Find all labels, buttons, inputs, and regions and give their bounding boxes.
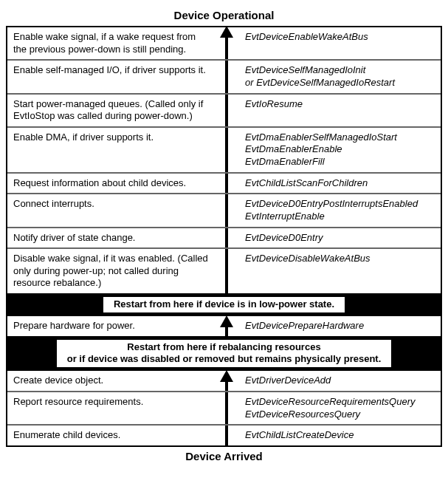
flow-arrow (214, 249, 239, 293)
step-description: Enumerate child devices. (7, 426, 214, 445)
flow-arrow (214, 27, 239, 59)
table-row: Create device object. EvtDriverDeviceAdd (7, 371, 441, 391)
flow-arrow (214, 392, 239, 424)
callback-names: EvtDeviceD0EntryPostInterruptsEnabledEvt… (239, 194, 441, 226)
callback-names: EvtIoResume (239, 95, 441, 126)
step-description: Disable wake signal, if it was enabled. … (7, 249, 214, 293)
flow-arrow (214, 95, 239, 126)
flow-arrow (214, 194, 239, 226)
flow-arrow (214, 426, 239, 445)
table-row: Request information about child devices.… (7, 172, 441, 194)
table-row: Notify driver of state change. EvtDevice… (7, 227, 441, 248)
callback-names: EvtDeviceD0Entry (239, 228, 441, 248)
flow-arrow (214, 61, 239, 92)
restart-banner-rebalance: Restart from here if rebalancing resourc… (7, 336, 441, 372)
table-row: Prepare hardware for power. EvtDevicePre… (7, 316, 441, 336)
flow-arrow (214, 174, 239, 194)
step-description: Notify driver of state change. (7, 228, 214, 248)
callback-names: EvtDeviceSelfManagedIoInitor EvtDeviceSe… (239, 61, 441, 92)
table-row: Enable DMA, if driver supports it. EvtDm… (7, 126, 441, 172)
title-top: Device Operational (6, 6, 442, 26)
callback-names: EvtDmaEnablerSelfManagedIoStartEvtDmaEna… (239, 128, 441, 172)
flow-arrow (214, 316, 239, 336)
step-description: Enable wake signal, if a wake request fr… (7, 27, 214, 59)
table-row: Report resource requirements. EvtDeviceR… (7, 391, 441, 424)
step-description: Enable self-managed I/O, if driver suppo… (7, 61, 214, 92)
table-row: Start power-managed queues. (Called only… (7, 93, 441, 126)
flow-arrow (214, 128, 239, 172)
table-row: Enable self-managed I/O, if driver suppo… (7, 59, 441, 92)
restart-banner-lowpower: Restart from here if device is in low-po… (7, 293, 441, 316)
callback-names: EvtDeviceDisableWakeAtBus (239, 249, 441, 293)
step-description: Create device object. (7, 371, 214, 391)
callback-names: EvtDriverDeviceAdd (239, 371, 441, 391)
table-row: Connect interrupts. EvtDeviceD0EntryPost… (7, 193, 441, 226)
callback-names: EvtDeviceResourceRequirementsQueryEvtDev… (239, 392, 441, 424)
step-description: Report resource requirements. (7, 392, 214, 424)
step-description: Start power-managed queues. (Called only… (7, 95, 214, 126)
table-row: Enumerate child devices. EvtChildListCre… (7, 424, 441, 445)
step-description: Request information about child devices. (7, 174, 214, 194)
table-row: Disable wake signal, if it was enabled. … (7, 247, 441, 293)
step-description: Prepare hardware for power. (7, 316, 214, 336)
callback-names: EvtDevicePrepareHardware (239, 316, 441, 336)
callback-names: EvtChildListScanForChildren (239, 174, 441, 194)
callback-names: EvtDeviceEnableWakeAtBus (239, 27, 441, 59)
flow-arrow (214, 371, 239, 391)
callback-names: EvtChildListCreateDevice (239, 426, 441, 445)
table-row: Enable wake signal, if a wake request fr… (7, 27, 441, 59)
step-description: Enable DMA, if driver supports it. (7, 128, 214, 172)
flow-arrow (214, 228, 239, 248)
diagram-frame: Enable wake signal, if a wake request fr… (6, 26, 442, 447)
step-description: Connect interrupts. (7, 194, 214, 226)
title-bottom: Device Arrived (6, 447, 442, 467)
